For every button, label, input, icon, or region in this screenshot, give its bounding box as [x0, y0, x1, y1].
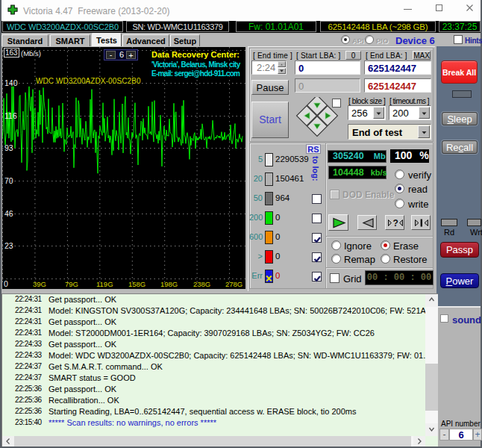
svg-text:?: ? — [393, 218, 398, 228]
